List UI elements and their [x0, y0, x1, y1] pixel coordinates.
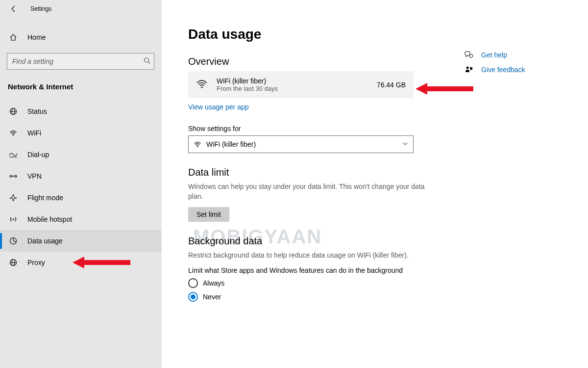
background-data-heading: Background data: [188, 236, 463, 247]
sidebar-home[interactable]: Home: [0, 27, 161, 47]
sidebar-item-wifi[interactable]: WiFi: [0, 122, 161, 144]
home-icon: [8, 33, 19, 41]
hotspot-icon: [8, 215, 19, 223]
background-limit-label: Limit what Store apps and Windows featur…: [188, 266, 463, 274]
wifi-icon: [194, 141, 201, 148]
background-data-description: Restrict background data to help reduce …: [188, 251, 433, 261]
page-title: Data usage: [188, 26, 588, 42]
sidebar-item-label: Data usage: [27, 237, 63, 245]
window-title: Settings: [30, 5, 51, 12]
search-input[interactable]: [7, 53, 154, 70]
help-column: Get help Give feedback: [464, 51, 562, 80]
svg-point-7: [13, 134, 14, 135]
sidebar-item-label: Mobile hotspot: [27, 215, 72, 223]
sidebar-item-flight-mode[interactable]: Flight mode: [0, 187, 161, 209]
sidebar-item-label: VPN: [27, 172, 42, 180]
overview-subtitle: From the last 30 days: [217, 85, 377, 92]
data-limit-heading: Data limit: [188, 167, 463, 178]
radio-indicator: [188, 292, 198, 302]
get-help-label: Get help: [481, 51, 507, 59]
sidebar-item-vpn[interactable]: VPN: [0, 165, 161, 187]
give-feedback-label: Give feedback: [481, 66, 525, 74]
sidebar-category-title: Network & Internet: [0, 70, 161, 96]
svg-point-19: [469, 54, 473, 57]
overview-network-name: WiFi (killer fiber): [217, 77, 377, 85]
radio-label: Always: [203, 279, 224, 287]
search-icon: [144, 57, 150, 66]
proxy-icon: [8, 259, 19, 266]
sidebar-item-proxy[interactable]: Proxy: [0, 252, 161, 273]
svg-point-12: [13, 219, 14, 220]
view-usage-per-app-link[interactable]: View usage per app: [188, 103, 249, 111]
sidebar-item-label: Proxy: [27, 259, 45, 266]
give-feedback-link[interactable]: Give feedback: [464, 66, 562, 74]
set-limit-button[interactable]: Set limit: [188, 207, 229, 222]
content-area: Data usage Overview WiFi (killer fiber) …: [162, 0, 588, 368]
svg-point-2: [145, 58, 149, 62]
svg-point-18: [197, 146, 198, 147]
show-settings-label: Show settings for: [188, 125, 463, 132]
svg-point-9: [10, 175, 12, 177]
show-settings-select[interactable]: WiFi (killer fiber): [188, 135, 414, 153]
chevron-down-icon: [402, 140, 408, 148]
radio-option-never[interactable]: Never: [188, 292, 463, 302]
sidebar-item-status[interactable]: Status: [0, 101, 161, 122]
feedback-icon: [464, 66, 474, 74]
show-settings-selected: WiFi (killer fiber): [206, 140, 408, 148]
sidebar: Home Network & Internet StatusWiFiDial-u…: [0, 0, 162, 368]
sidebar-item-label: WiFi: [27, 129, 41, 137]
svg-line-3: [148, 62, 150, 64]
dialup-icon: [8, 152, 19, 158]
sidebar-item-label: Status: [27, 107, 47, 115]
back-button[interactable]: [9, 4, 19, 14]
data-limit-description: Windows can help you stay under your dat…: [188, 182, 433, 201]
svg-point-17: [201, 87, 203, 88]
flight-icon: [8, 194, 19, 202]
sidebar-item-label: Flight mode: [27, 194, 63, 202]
sidebar-item-dial-up[interactable]: Dial-up: [0, 144, 161, 165]
overview-card[interactable]: WiFi (killer fiber) From the last 30 day…: [188, 71, 414, 98]
radio-indicator: [188, 278, 198, 288]
overview-amount: 76.44 GB: [377, 81, 406, 89]
sidebar-item-label: Dial-up: [27, 151, 49, 158]
svg-point-10: [15, 175, 17, 177]
wifi-icon: [196, 79, 210, 90]
sidebar-item-data-usage[interactable]: Data usage: [0, 230, 161, 252]
wifi-icon: [8, 130, 19, 136]
help-icon: [464, 51, 474, 59]
svg-point-20: [466, 67, 469, 69]
titlebar: Settings: [0, 0, 588, 18]
radio-label: Never: [203, 293, 221, 301]
globe-icon: [8, 107, 19, 115]
vpn-icon: [8, 173, 19, 179]
radio-option-always[interactable]: Always: [188, 278, 463, 288]
sidebar-home-label: Home: [27, 33, 46, 41]
sidebar-item-mobile-hotspot[interactable]: Mobile hotspot: [0, 209, 161, 230]
get-help-link[interactable]: Get help: [464, 51, 562, 59]
datausage-icon: [8, 237, 19, 245]
